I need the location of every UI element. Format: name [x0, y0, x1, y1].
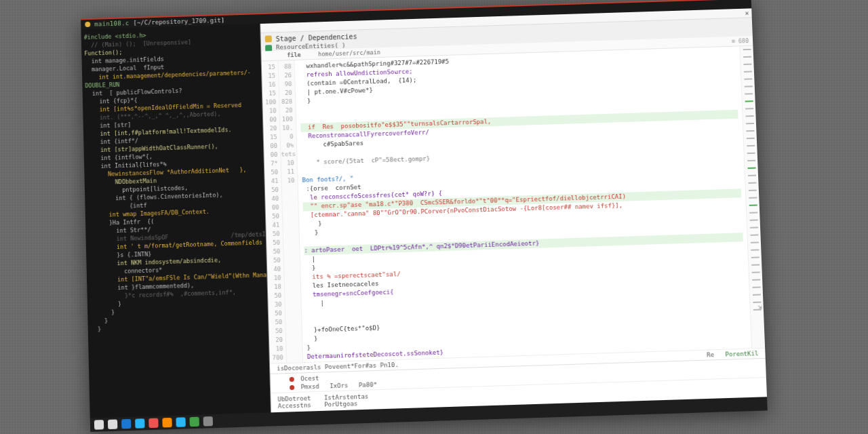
error-dot-icon [290, 385, 294, 390]
dark-editor-pane[interactable]: #include <stdio.h> // (Main) (); [Unresp… [81, 24, 270, 418]
taskbar-app-icon[interactable] [94, 420, 104, 430]
diff-code-column[interactable]: wxhandler%c&&pathSpring#327#7=#226719#5 … [294, 46, 751, 362]
status-item[interactable]: Poveent*For#as [325, 362, 376, 370]
status-item[interactable]: isDocoerasls [277, 363, 321, 372]
close-icon[interactable]: ✕ [745, 9, 749, 16]
taskbar-app-icon[interactable] [189, 417, 199, 427]
tool-tab[interactable]: Accesstns [278, 401, 311, 410]
taskbar-app-icon[interactable] [203, 416, 213, 427]
crumb-path: home/user/src/main [318, 49, 380, 58]
taskbar-app-icon[interactable] [108, 419, 117, 429]
crumb-right-meta: ≡ 680 [731, 37, 749, 45]
taskbar-app-icon[interactable] [135, 418, 144, 429]
taskbar-app-icon[interactable] [162, 418, 172, 428]
crumb-file-label: file [287, 52, 301, 59]
status-ok: PorentKil [725, 350, 758, 358]
bottom-tab[interactable]: IxOrs [330, 382, 348, 389]
tool-tab[interactable]: PorUtgoas [324, 400, 357, 408]
bottom-tab[interactable]: Pmxsd [300, 383, 319, 391]
file-icon [265, 35, 272, 42]
open-file-name: main108.c [94, 20, 129, 27]
error-dot-icon [290, 377, 294, 382]
taskbar-app-icon[interactable] [121, 419, 131, 429]
diff-body[interactable]: 151516151001000201500007*504150400050415… [262, 46, 765, 363]
taskbar-app-icon[interactable] [149, 418, 158, 429]
status-item[interactable]: Pn10. [380, 361, 398, 369]
bottom-tab[interactable]: Pa80* [359, 381, 377, 389]
bottom-tab[interactable]: Ocest [300, 375, 319, 382]
window-indicator-icon [85, 22, 90, 27]
taskbar-app-icon[interactable] [176, 417, 185, 427]
scroll-affordance-icon[interactable]: ⇲ [757, 302, 762, 311]
status-flag: Re [707, 351, 714, 358]
diff-window: ✕ Stage / Dependencies ResourceEntities(… [260, 8, 767, 412]
